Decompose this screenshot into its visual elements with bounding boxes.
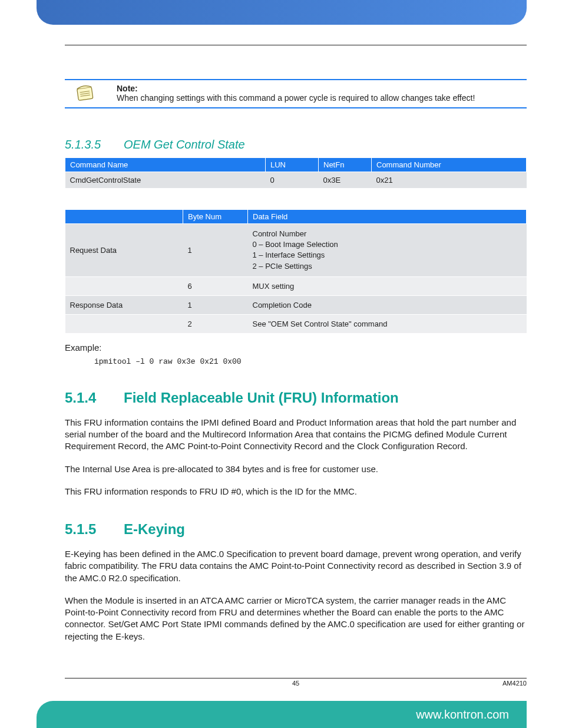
command-table: Command Name LUN NetFn Command Number Cm… (65, 157, 527, 188)
cell-data: Completion Code (248, 295, 527, 314)
table-row: Response Data 1 Completion Code (65, 295, 527, 314)
page-number: 45 (65, 680, 527, 687)
heading-514: 5.1.4 Field Replaceable Unit (FRU) Infor… (65, 390, 527, 406)
cell-byte: 2 (183, 314, 248, 333)
heading-number: 5.1.3.5 (65, 138, 124, 151)
heading-515: 5.1.5 E-Keying (65, 521, 527, 538)
paragraph: E-Keying has been defined in the AMC.0 S… (65, 548, 527, 584)
heading-number: 5.1.4 (65, 390, 124, 406)
th-blank (65, 210, 183, 224)
th-netfn: NetFn (319, 158, 372, 172)
cell-byte: 1 (183, 295, 248, 314)
footer-url: www.kontron.com (416, 708, 509, 722)
heading-title: OEM Get Control State (124, 138, 245, 151)
paragraph: The Internal Use Area is pre-allocated t… (65, 463, 527, 475)
note-heading: Note: (117, 84, 527, 93)
cell-netfn: 0x3E (319, 172, 372, 189)
header-banner (37, 0, 527, 25)
paragraph: This FRU information contains the IPMI d… (65, 417, 527, 453)
note-icon (74, 84, 97, 103)
table-row: CmdGetControlState 0 0x3E 0x21 (65, 172, 527, 189)
cell-data: See "OEM Set Control State" command (248, 314, 527, 333)
cell-cmdname: CmdGetControlState (65, 172, 266, 189)
th-datafield: Data Field (248, 210, 527, 224)
cell-label (65, 314, 183, 333)
cell-label: Request Data (65, 224, 183, 277)
cell-byte: 6 (183, 276, 248, 295)
cell-data: MUX setting (248, 276, 527, 295)
heading-number: 5.1.5 (65, 521, 124, 538)
th-bytenum: Byte Num (183, 210, 248, 224)
paragraph: This FRU information responds to FRU ID … (65, 486, 527, 498)
top-rule (65, 45, 527, 45)
example-code: ipmitool –l 0 raw 0x3e 0x21 0x00 (94, 357, 527, 366)
th-command-name: Command Name (65, 158, 266, 172)
paragraph: When the Module is inserted in an ATCA A… (65, 595, 527, 643)
note-box: Note: When changing settings with this c… (65, 79, 527, 108)
table-row: 6 MUX setting (65, 276, 527, 295)
cell-lun: 0 (266, 172, 319, 189)
heading-title: E-Keying (124, 521, 185, 538)
table-row: Request Data 1 Control Number 0 – Boot I… (65, 224, 527, 277)
cell-byte: 1 (183, 224, 248, 277)
cell-label (65, 276, 183, 295)
footer-rule: 45 AM4210 (65, 678, 527, 687)
example-label: Example: (65, 342, 527, 353)
table-row: 2 See "OEM Set Control State" command (65, 314, 527, 333)
th-command-number: Command Number (372, 158, 527, 172)
cell-data: Control Number 0 – Boot Image Selection … (248, 224, 527, 277)
heading-5135: 5.1.3.5 OEM Get Control State (65, 138, 527, 151)
footer-banner: www.kontron.com (37, 701, 527, 728)
heading-title: Field Replaceable Unit (FRU) Information (124, 390, 399, 406)
th-lun: LUN (266, 158, 319, 172)
register-table: Byte Num Data Field Request Data 1 Contr… (65, 209, 527, 333)
note-text: When changing settings with this command… (117, 93, 475, 103)
cell-cmdnum: 0x21 (372, 172, 527, 189)
cell-label: Response Data (65, 295, 183, 314)
